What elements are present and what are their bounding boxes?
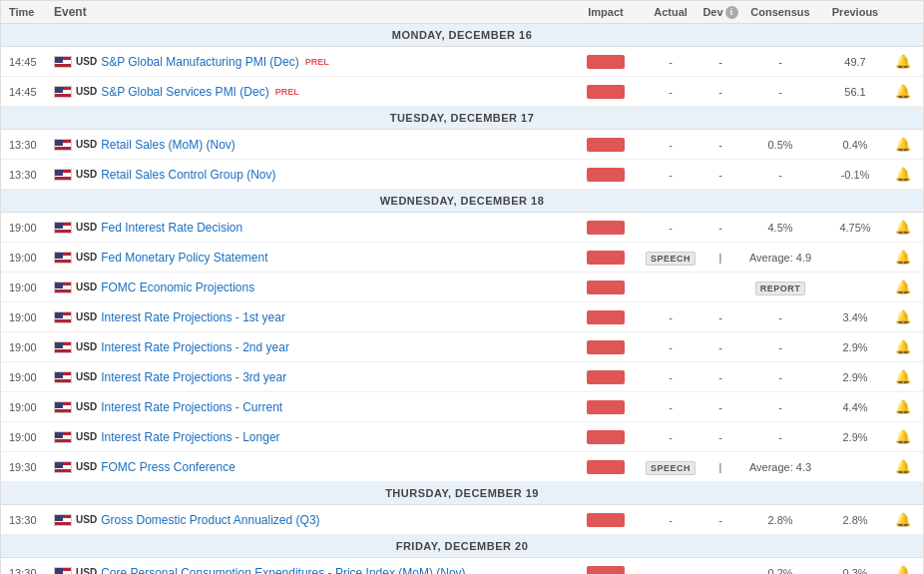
bell-icon: 🔔 [895,84,911,99]
alert-bell[interactable]: 🔔 [890,220,915,235]
event-info: USDInterest Rate Projections - 2nd year [54,340,571,354]
event-time: 13:30 [9,567,54,575]
table-row: 19:00USDInterest Rate Projections - Long… [1,422,923,452]
bell-icon: 🔔 [895,54,911,69]
event-name[interactable]: Interest Rate Projections - Current [101,400,282,414]
event-name[interactable]: Fed Interest Rate Decision [101,221,242,235]
event-time: 19:00 [9,341,54,353]
event-time: 19:00 [9,282,54,293]
event-actual: - [641,139,700,151]
event-consensus: 0.2% [740,567,820,575]
impact-bar [587,168,625,182]
bell-icon: 🔔 [895,250,911,265]
table-row: 14:45USDS&P Global Services PMI (Dec)PRE… [1,77,923,107]
event-consensus: - [740,431,820,443]
event-actual: - [641,311,700,323]
day-separator-2: WEDNESDAY, DECEMBER 18 [1,190,923,213]
currency-label: USD [76,56,97,67]
alert-bell[interactable]: 🔔 [890,512,915,527]
alert-bell[interactable]: 🔔 [890,280,915,294]
event-previous: 2.9% [820,371,890,383]
alert-bell[interactable]: 🔔 [890,167,915,182]
event-actual: - [641,514,700,526]
alert-bell[interactable]: 🔔 [890,429,915,444]
dev-info-icon[interactable]: i [725,6,738,19]
alert-bell[interactable]: 🔔 [890,369,915,384]
event-actual: - [641,169,700,181]
table-row: 13:30USDGross Domestic Product Annualize… [1,505,923,535]
event-name[interactable]: Retail Sales (MoM) (Nov) [101,138,235,152]
event-name[interactable]: Interest Rate Projections - 2nd year [101,340,289,354]
alert-bell[interactable]: 🔔 [890,339,915,354]
country-flag [54,311,72,323]
header-impact: Impact [571,6,641,18]
event-dev: - [700,567,740,575]
event-name[interactable]: Interest Rate Projections - 3rd year [101,370,286,384]
event-dev: | [700,461,740,473]
alert-bell[interactable]: 🔔 [890,399,915,414]
impact-bar [587,85,625,99]
event-name[interactable]: FOMC Press Conference [101,460,235,474]
table-row: 19:00USDInterest Rate Projections - 3rd … [1,362,923,392]
day-separator-1: TUESDAY, DECEMBER 17 [1,107,923,130]
bell-icon: 🔔 [895,167,911,182]
event-name[interactable]: S&P Global Manufacturing PMI (Dec) [101,55,299,69]
event-name[interactable]: S&P Global Services PMI (Dec) [101,85,269,99]
bell-icon: 🔔 [895,220,911,235]
event-consensus: - [740,86,820,98]
event-actual: - [641,86,700,98]
event-consensus: - [740,401,820,413]
alert-bell[interactable]: 🔔 [890,54,915,69]
event-actual: SPEECH [641,252,700,264]
event-info: USDInterest Rate Projections - Longer [54,430,571,444]
currency-label: USD [76,371,97,382]
event-consensus: 0.5% [740,139,820,151]
economic-calendar-table: Time Event Impact Actual Dev i Consensus… [0,0,924,574]
event-previous: 3.4% [820,311,890,323]
event-dev: - [700,311,740,323]
currency-label: USD [76,401,97,412]
header-previous: Previous [820,6,890,18]
event-name[interactable]: Gross Domestic Product Annualized (Q3) [101,513,319,527]
event-name[interactable]: FOMC Economic Projections [101,281,254,294]
impact-bar [587,566,625,575]
event-info: USDInterest Rate Projections - 1st year [54,310,571,324]
event-previous: 4.4% [820,401,890,413]
impact-bar [587,340,625,354]
event-name[interactable]: Core Personal Consumption Expenditures -… [101,566,465,575]
event-name[interactable]: Retail Sales Control Group (Nov) [101,168,275,182]
impact-bar [587,221,625,235]
country-flag [54,341,72,353]
event-actual: - [641,401,700,413]
impact-indicator [571,168,641,182]
event-name[interactable]: Fed Monetary Policy Statement [101,251,267,265]
event-time: 19:00 [9,431,54,443]
alert-bell[interactable]: 🔔 [890,309,915,324]
bell-icon: 🔔 [895,399,911,414]
event-consensus: - [740,311,820,323]
alert-bell[interactable]: 🔔 [890,137,915,152]
event-time: 14:45 [9,56,54,68]
alert-bell[interactable]: 🔔 [890,250,915,265]
prel-tag: PREL [275,87,299,97]
event-consensus: - [740,169,820,181]
event-previous: 0.4% [820,139,890,151]
currency-label: USD [76,139,97,150]
average-value: Average: 4.9 [749,252,811,264]
bell-icon: 🔔 [895,429,911,444]
bell-icon: 🔔 [895,280,911,294]
event-info: USDS&P Global Manufacturing PMI (Dec)PRE… [54,55,571,69]
event-dev: - [700,169,740,181]
alert-bell[interactable]: 🔔 [890,565,915,574]
impact-indicator [571,340,641,354]
alert-bell[interactable]: 🔔 [890,84,915,99]
impact-indicator [571,251,641,265]
impact-bar [587,251,625,265]
calendar-body: MONDAY, DECEMBER 1614:45USDS&P Global Ma… [1,24,923,574]
alert-bell[interactable]: 🔔 [890,459,915,474]
header-consensus: Consensus [740,6,820,18]
country-flag [54,139,72,151]
currency-label: USD [76,514,97,525]
event-name[interactable]: Interest Rate Projections - Longer [101,430,279,444]
event-name[interactable]: Interest Rate Projections - 1st year [101,310,285,324]
